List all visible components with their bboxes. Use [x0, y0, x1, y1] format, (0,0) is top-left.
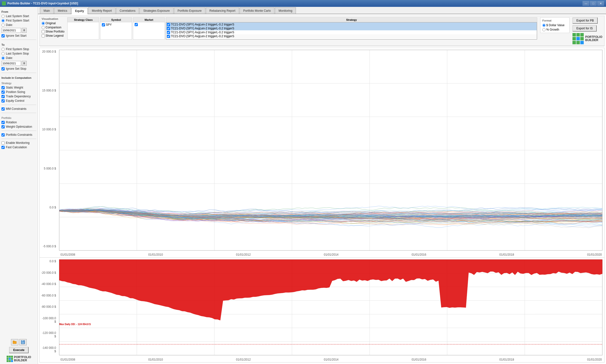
rotation-check[interactable]: Rotation: [1, 120, 36, 124]
main-chart-x-labels: 01/01/200801/01/201001/01/201201/01/2014…: [58, 253, 604, 256]
to-label: To: [1, 43, 36, 46]
dd-chart: 0.0 $-20 000.0 $-40 000.0 $-60 000.0 $-8…: [40, 258, 605, 363]
market-item[interactable]: [135, 23, 163, 26]
tab-rebalancing-report[interactable]: Rebalancing Report: [206, 7, 239, 14]
dollar-value-radio[interactable]: $ Dollar Value: [542, 24, 567, 27]
strategy-list[interactable]: TC21-DVO (SPY) AvgLen-2 triggerL-0.2 tri…: [166, 22, 537, 39]
viz-panel: Visualisation Original Comparison Show P…: [40, 16, 605, 46]
title-bar-controls: — □ ✕: [582, 1, 604, 6]
divider3: [1, 105, 36, 105]
divider2: [1, 73, 36, 73]
fast-calculation-check[interactable]: Fast Calculation: [1, 145, 36, 149]
strategy-list-item[interactable]: TC21-DVO (SPY) AvgLen-2 triggerL-0.2 tri…: [166, 23, 537, 26]
to-r-button[interactable]: R: [22, 61, 27, 66]
viz-header: Visualisation Original Comparison Show P…: [40, 16, 604, 46]
close-button[interactable]: ✕: [597, 1, 604, 6]
to-date-input[interactable]: [1, 61, 21, 66]
svg-rect-4: [22, 342, 24, 344]
show-portfolio-check[interactable]: Show Portfolio: [42, 30, 64, 33]
app-icon: [2, 1, 6, 5]
tab-monitoring[interactable]: Monitoring: [275, 7, 296, 14]
strategy-col-filter: Strategy TC21-DVO (SPY) AvgLen-2 trigger…: [166, 17, 537, 40]
sidebar: From Last System Start First System Star…: [0, 7, 38, 364]
dd-max-label: Max Daily DD: - 124 054.8 $: [59, 323, 91, 325]
equity-control-check[interactable]: Equity Control: [1, 99, 36, 103]
show-legend-check[interactable]: Show Legend: [42, 34, 64, 38]
position-sizing-check[interactable]: Position Sizing: [1, 90, 36, 94]
weight-optimization-check[interactable]: Weight Optimization: [1, 125, 36, 129]
strategy-list-item[interactable]: TC21-DVO (SPY) AvgLen-2 triggerL-0.2 tri…: [166, 26, 537, 30]
tab-main[interactable]: Main: [40, 7, 53, 14]
sidebar-bottom: Execute PORTFOLIO BUILDER: [1, 337, 36, 362]
tab-bar: MainMetricsEquityMonthly ReportCorrelati…: [38, 7, 606, 14]
ignore-set-start-check[interactable]: Ignore Set Start: [1, 34, 36, 38]
market-body: [133, 22, 164, 35]
main-chart-y-labels: 20 000.0 $15 000.0 $10 000.0 $5 000.0 $0…: [40, 48, 58, 250]
to-date-radio[interactable]: Date:: [1, 56, 36, 60]
tab-strategies-exposure[interactable]: Strategies Exposure: [140, 7, 173, 14]
app-body: From Last System Start First System Star…: [0, 7, 606, 364]
symbol-col: Symbol SPY: [100, 17, 132, 40]
from-date-input[interactable]: [1, 28, 21, 33]
spy-item[interactable]: SPY: [102, 23, 130, 26]
svg-rect-5: [23, 340, 24, 341]
tab-metrics[interactable]: Metrics: [54, 7, 71, 14]
folder-button[interactable]: [11, 339, 18, 345]
pb-logo-text-small: PORTFOLIO BUILDER: [14, 356, 31, 362]
export-section: Export for PB Export for IS PORTFOLIO BU…: [572, 17, 602, 44]
icon-buttons: [11, 339, 27, 345]
tab-portfolio-monte-carlo[interactable]: Portfolio Monte Carlo: [240, 7, 275, 14]
strategy-class-body: [67, 22, 99, 35]
execute-button[interactable]: Execute: [9, 347, 29, 353]
tab-portfolio-exposure[interactable]: Portfolio Exposure: [174, 7, 205, 14]
market-col: Market: [133, 17, 165, 40]
from-r-button[interactable]: R: [22, 28, 27, 33]
pb-logo-text-large: PORTFOLIO BUILDER: [585, 36, 602, 42]
viz-section: Visualisation Original Comparison Show P…: [42, 17, 64, 38]
ignore-set-stop-check[interactable]: Ignore Set Stop: [1, 67, 36, 71]
maximize-button[interactable]: □: [590, 1, 597, 6]
enable-monitoring-check[interactable]: Enable Monitoring: [1, 141, 36, 145]
svg-rect-1: [13, 341, 14, 342]
title-bar: Portfolio Builder - TC21-DVO input+1symb…: [0, 0, 606, 7]
first-system-start-radio[interactable]: First System Start: [1, 19, 36, 23]
comparison-radio[interactable]: Comparison: [42, 26, 64, 29]
original-radio[interactable]: Original: [42, 22, 64, 25]
tab-monthly-report[interactable]: Monthly Report: [88, 7, 115, 14]
strategy-class-header: Strategy Class: [67, 18, 99, 22]
static-weight-check[interactable]: Static Weight: [1, 86, 36, 90]
last-system-start-radio[interactable]: Last System Start: [1, 14, 36, 18]
export-is-button[interactable]: Export for IS: [572, 25, 597, 32]
main-chart-canvas: [40, 48, 605, 258]
pb-logo-grid-small: [7, 356, 13, 362]
strategy-sublabel: Strategy: [1, 82, 36, 85]
strategy-class-col: Strategy Class: [67, 17, 99, 40]
dd-chart-x-labels: 01/01/200801/01/201001/01/201201/01/2014…: [58, 358, 604, 361]
pb-logo-small: PORTFOLIO BUILDER: [7, 356, 31, 362]
title-bar-text: Portfolio Builder - TC21-DVO input+1symb…: [7, 2, 78, 5]
from-label: From: [1, 10, 36, 13]
last-system-stop-radio[interactable]: Last System Stop: [1, 52, 36, 55]
save-button[interactable]: [19, 339, 27, 345]
strategy-list-item[interactable]: TC21-DVO (SPY) AvgLen-2 triggerL-0.2 tri…: [166, 30, 537, 34]
trade-dependency-check[interactable]: Trade Dependency: [1, 94, 36, 98]
from-date-radio[interactable]: Date:: [1, 23, 36, 27]
tab-equity[interactable]: Equity: [71, 8, 88, 14]
market-header: Market: [133, 18, 164, 22]
mm-constraints-check[interactable]: MM Constraints: [1, 107, 36, 111]
main-chart: 20 000.0 $15 000.0 $10 000.0 $5 000.0 $0…: [40, 48, 605, 258]
symbol-header: Symbol: [100, 18, 132, 22]
charts-area: 20 000.0 $15 000.0 $10 000.0 $5 000.0 $0…: [40, 48, 605, 363]
pct-growth-radio[interactable]: % Growth: [542, 28, 567, 31]
portfolio-constraints-check[interactable]: Portfolio Constraints: [1, 133, 36, 137]
minimize-button[interactable]: —: [582, 1, 589, 6]
portfolio-sublabel: Portfolio: [1, 117, 36, 119]
format-section: Format $ Dollar Value % Growth: [540, 17, 569, 33]
format-title: Format: [542, 19, 567, 22]
strategy-list-item[interactable]: TC21-DVO (SPY) AvgLen-2 triggerL-0.2 tri…: [166, 34, 537, 38]
filter-columns: Strategy Class Symbol SPY Mark: [67, 17, 537, 40]
divider1: [1, 40, 36, 40]
first-system-stop-radio[interactable]: First System Stop: [1, 47, 36, 51]
tab-correlations[interactable]: Correlations: [116, 7, 139, 14]
export-pb-button[interactable]: Export for PB: [572, 17, 598, 24]
